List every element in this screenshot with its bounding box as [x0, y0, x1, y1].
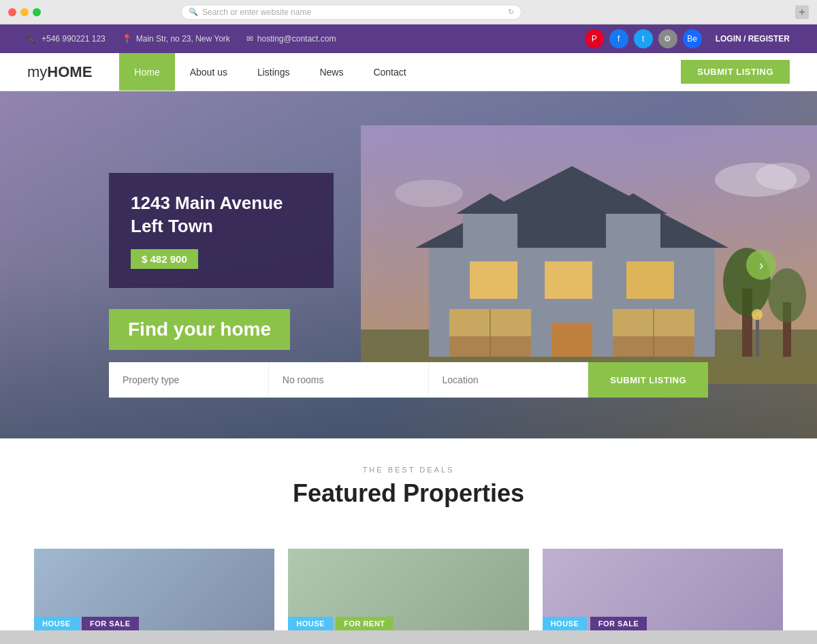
pinterest-button[interactable]: P — [585, 29, 604, 48]
svg-rect-16 — [449, 336, 531, 357]
email-text: hosting@contact.com — [257, 34, 336, 44]
property-card: 1243 Main Avenue Left Town $ 482 900 — [109, 173, 334, 288]
badge-house-3: HOUSE — [543, 617, 588, 630]
search-bar: SUBMIT LISTING — [109, 362, 708, 398]
submit-listing-nav-button[interactable]: SUBMIT LISTING — [681, 60, 790, 84]
svg-point-23 — [752, 309, 763, 320]
dot-red[interactable] — [8, 8, 16, 16]
nav-contact[interactable]: Contact — [358, 53, 421, 91]
email-icon: ✉ — [246, 34, 253, 44]
featured-section: THE BEST DEALS Featured Properties — [0, 438, 817, 549]
hero-section: 1243 Main Avenue Left Town $ 482 900 Fin… — [0, 91, 817, 438]
svg-rect-6 — [606, 214, 660, 261]
svg-point-21 — [768, 268, 806, 323]
browser-address[interactable]: 🔍 Search or enter website name ↻ — [181, 5, 522, 20]
top-bar-left: 📞 +546 990221 123 📍 Main Str, no 23, New… — [27, 34, 336, 44]
dot-green[interactable] — [33, 8, 41, 16]
nav-listings[interactable]: Listings — [242, 53, 304, 91]
svg-rect-10 — [626, 261, 674, 299]
svg-rect-9 — [545, 261, 592, 299]
badge-sale-3: FOR SALE — [590, 617, 647, 630]
new-tab-button[interactable]: + — [795, 5, 809, 19]
address-text: Main Str, no 23, New York — [136, 34, 230, 44]
phone-number: +546 990221 123 — [42, 34, 106, 44]
property-card-1[interactable]: HOUSE FOR SALE — [34, 549, 274, 630]
browser-chrome: 🔍 Search or enter website name ↻ + — [0, 0, 817, 25]
browser-dots — [8, 8, 41, 16]
nav-news[interactable]: News — [304, 53, 358, 91]
behance-button[interactable]: Be — [683, 29, 702, 48]
house-illustration — [361, 125, 817, 384]
facebook-button[interactable]: f — [609, 29, 628, 48]
svg-rect-15 — [551, 323, 592, 357]
svg-rect-22 — [756, 316, 759, 357]
property-card-3-image: HOUSE FOR SALE — [543, 549, 783, 630]
twitter-button[interactable]: t — [634, 29, 653, 48]
badge-house-1: HOUSE — [34, 617, 79, 630]
svg-point-26 — [395, 180, 463, 207]
nav-about[interactable]: About us — [175, 53, 242, 91]
svg-rect-17 — [613, 336, 694, 357]
featured-subtitle: THE BEST DEALS — [27, 466, 790, 474]
find-home-banner: Find your home — [109, 309, 290, 350]
featured-title: Featured Properties — [27, 479, 790, 508]
search-submit-button[interactable]: SUBMIT LISTING — [588, 362, 708, 398]
location-input[interactable] — [429, 362, 589, 398]
no-rooms-input[interactable] — [269, 362, 429, 398]
login-register-link[interactable]: LOGIN / REGISTER — [716, 34, 790, 44]
location-icon: 📍 — [122, 34, 132, 44]
badge-house-2: HOUSE — [288, 617, 333, 630]
logo-prefix: my — [27, 63, 47, 80]
phone-item: 📞 +546 990221 123 — [27, 34, 106, 44]
logo: myHOME — [27, 63, 92, 81]
top-bar-right: P f t ⚙ Be LOGIN / REGISTER — [585, 29, 790, 48]
property-card-2-image: HOUSE FOR RENT — [288, 549, 528, 630]
find-home-text: Find your home — [128, 319, 271, 340]
nav-links: Home About us Listings News Contact — [119, 53, 421, 91]
settings-button[interactable]: ⚙ — [658, 29, 677, 48]
property-title: 1243 Main Avenue Left Town — [131, 192, 312, 238]
nav-home[interactable]: Home — [119, 53, 174, 91]
email-item: ✉ hosting@contact.com — [246, 34, 336, 44]
property-cards-row: HOUSE FOR SALE HOUSE FOR RENT HOUSE FOR … — [0, 549, 817, 630]
dot-yellow[interactable] — [20, 8, 29, 16]
svg-point-25 — [756, 163, 810, 190]
logo-suffix: HOME — [47, 63, 92, 80]
carousel-next-button[interactable]: › — [746, 250, 776, 280]
badge-sale-1: FOR SALE — [82, 617, 139, 630]
svg-rect-8 — [470, 261, 517, 299]
main-nav: myHOME Home About us Listings News Conta… — [0, 53, 817, 91]
badge-rent-2: FOR RENT — [336, 617, 393, 630]
phone-icon: 📞 — [27, 34, 37, 44]
property-type-input[interactable] — [109, 362, 269, 398]
property-card-2[interactable]: HOUSE FOR RENT — [288, 549, 528, 630]
top-bar: 📞 +546 990221 123 📍 Main Str, no 23, New… — [0, 25, 817, 53]
address-text: Search or enter website name — [202, 7, 311, 17]
property-card-3[interactable]: HOUSE FOR SALE — [543, 549, 783, 630]
svg-rect-4 — [463, 214, 517, 261]
nav-right: SUBMIT LISTING — [681, 60, 790, 84]
property-card-1-image: HOUSE FOR SALE — [34, 549, 274, 630]
address-item: 📍 Main Str, no 23, New York — [122, 34, 230, 44]
property-price: $ 482 900 — [131, 249, 198, 269]
